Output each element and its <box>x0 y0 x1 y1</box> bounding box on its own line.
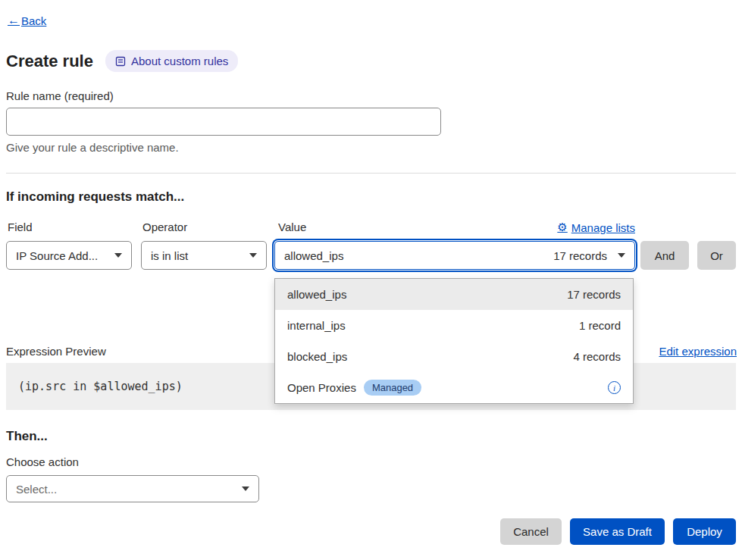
choose-action-label: Choose action <box>6 455 79 468</box>
cancel-button[interactable]: Cancel <box>500 518 562 545</box>
page-title: Create rule <box>6 52 93 71</box>
list-item-meta: 4 records <box>573 350 621 363</box>
rule-name-helper-text: Give your rule a descriptive name. <box>6 141 179 154</box>
field-select-value: IP Source Add... <box>16 249 98 262</box>
back-link[interactable]: ←Back <box>8 14 46 27</box>
manage-lists-link[interactable]: ⚙ Manage lists <box>557 221 635 234</box>
rule-name-label: Rule name (required) <box>6 89 114 102</box>
create-rule-page: ←Back Create rule About custom rules Rul… <box>0 0 742 560</box>
edit-expression-link[interactable]: Edit expression <box>659 345 737 358</box>
value-select-records: 17 records <box>553 249 607 262</box>
save-as-draft-button[interactable]: Save as Draft <box>570 518 665 545</box>
chevron-down-icon <box>114 253 122 258</box>
action-select-placeholder: Select... <box>16 483 57 496</box>
and-button[interactable]: And <box>640 241 689 270</box>
about-custom-rules-label: About custom rules <box>131 55 228 67</box>
list-item-meta: 1 record <box>579 319 621 332</box>
value-dropdown-menu: allowed_ips 17 records internal_ips 1 re… <box>274 278 634 404</box>
value-select-value: allowed_ips <box>284 249 343 262</box>
rule-name-input[interactable] <box>6 108 441 136</box>
manage-lists-label: Manage lists <box>571 221 635 234</box>
operator-select[interactable]: is in list <box>141 241 267 270</box>
value-select[interactable]: allowed_ips 17 records <box>274 241 635 270</box>
operator-column-label: Operator <box>142 221 187 233</box>
list-item-name: internal_ips <box>287 319 346 332</box>
action-select[interactable]: Select... <box>6 475 259 502</box>
info-icon[interactable]: i <box>608 381 621 394</box>
value-column-label: Value <box>278 221 306 233</box>
deploy-button[interactable]: Deploy <box>673 518 736 545</box>
or-button[interactable]: Or <box>697 241 736 270</box>
list-item-internal-ips[interactable]: internal_ips 1 record <box>275 310 633 341</box>
list-item-open-proxies[interactable]: Open Proxies Managed i <box>275 372 633 403</box>
field-select[interactable]: IP Source Add... <box>6 241 132 270</box>
chevron-down-icon <box>242 486 249 491</box>
match-section-heading: If incoming requests match... <box>6 189 184 205</box>
about-custom-rules-link[interactable]: About custom rules <box>105 50 238 72</box>
chevron-down-icon <box>249 253 257 258</box>
then-section-heading: Then... <box>6 429 48 444</box>
back-arrow-icon: ← <box>8 14 20 27</box>
title-row: Create rule About custom rules <box>6 50 238 72</box>
back-link-label: Back <box>21 14 46 27</box>
list-item-name: blocked_ips <box>287 350 347 363</box>
book-icon <box>115 56 126 67</box>
list-item-name: allowed_ips <box>287 288 346 301</box>
list-item-blocked-ips[interactable]: blocked_ips 4 records <box>275 341 633 372</box>
gear-icon: ⚙ <box>557 221 567 234</box>
field-column-label: Field <box>8 221 33 233</box>
section-divider <box>6 173 736 174</box>
list-item-meta: 17 records <box>567 288 621 301</box>
list-item-allowed-ips[interactable]: allowed_ips 17 records <box>275 279 633 310</box>
chevron-down-icon <box>618 253 625 258</box>
managed-badge: Managed <box>364 380 421 396</box>
expression-preview-label: Expression Preview <box>6 345 106 358</box>
list-item-name: Open Proxies <box>287 381 356 394</box>
operator-select-value: is in list <box>151 249 188 262</box>
